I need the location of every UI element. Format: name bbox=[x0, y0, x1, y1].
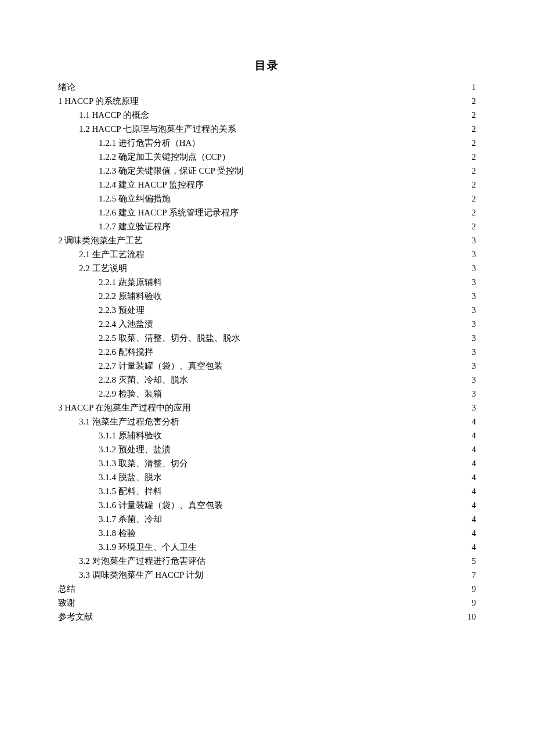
toc-entry-page: 3 bbox=[460, 247, 476, 261]
toc-entry-page: 4 bbox=[460, 526, 476, 540]
toc-entry-label: 致谢 bbox=[58, 596, 75, 610]
toc-entry-label: 2.2.6 配料搅拌 bbox=[58, 345, 153, 359]
toc-entry-label: 1.1 HACCP 的概念 bbox=[58, 108, 149, 122]
toc-entry: 2.2.8 灭菌、冷却、脱水3 bbox=[58, 373, 476, 387]
toc-entry-page: 4 bbox=[460, 470, 476, 484]
toc-entry-page: 5 bbox=[460, 554, 476, 568]
toc-entry-label: 2.2.4 入池盐渍 bbox=[58, 317, 153, 331]
toc-entry-label: 参考文献 bbox=[58, 610, 93, 624]
toc-entry: 1.2.6 建立 HACCP 系统管理记录程序2 bbox=[58, 206, 476, 219]
toc-entry-page: 3 bbox=[460, 387, 476, 401]
toc-entry-page: 3 bbox=[460, 303, 476, 317]
toc-entry-label: 3.1.5 配料、拌料 bbox=[58, 484, 162, 498]
toc-entry-page: 3 bbox=[460, 401, 476, 415]
toc-entry: 2.2.6 配料搅拌3 bbox=[58, 345, 476, 359]
toc-entry: 3.1.4 脱盐、脱水4 bbox=[58, 470, 476, 484]
toc-entry-page: 3 bbox=[460, 345, 476, 359]
toc-entry: 1.2.4 建立 HACCP 监控程序2 bbox=[58, 178, 476, 192]
toc-entry: 3.3 调味类泡菜生产 HACCP 计划7 bbox=[58, 568, 476, 582]
toc-entry-page: 4 bbox=[460, 498, 476, 512]
toc-entry-label: 2.1 生产工艺流程 bbox=[58, 247, 145, 261]
toc-entry: 2.2.4 入池盐渍3 bbox=[58, 317, 476, 331]
toc-entry: 3.1.3 取菜、清整、切分4 bbox=[58, 456, 476, 470]
toc-entry-label: 1 HACCP 的系统原理 bbox=[58, 94, 139, 108]
toc-entry: 1 HACCP 的系统原理2 bbox=[58, 94, 476, 108]
toc-entry: 3 HACCP 在泡菜生产过程中的应用3 bbox=[58, 401, 476, 415]
toc-entry-label: 3.1.7 杀菌、冷却 bbox=[58, 512, 162, 526]
toc-entry-label: 3.3 调味类泡菜生产 HACCP 计划 bbox=[58, 568, 203, 582]
toc-entry-page: 2 bbox=[460, 108, 476, 122]
toc-entry: 1.2 HACCP 七原理与泡菜生产过程的关系2 bbox=[58, 122, 476, 136]
toc-entry-label: 1.2.4 建立 HACCP 监控程序 bbox=[58, 178, 204, 192]
toc-entry-label: 2.2.3 预处理 bbox=[58, 303, 145, 317]
toc-entry-page: 2 bbox=[460, 178, 476, 192]
toc-entry-page: 4 bbox=[460, 512, 476, 526]
toc-entry: 总结9 bbox=[58, 582, 476, 596]
toc-entry-page: 3 bbox=[460, 275, 476, 289]
toc-entry-page: 10 bbox=[460, 610, 476, 624]
toc-entry-label: 3.1.9 环境卫生、个人卫生 bbox=[58, 540, 197, 554]
toc-entry-label: 3.2 对泡菜生产过程进行危害评估 bbox=[58, 554, 205, 568]
toc-entry-page: 2 bbox=[460, 136, 476, 150]
toc-entry-page: 3 bbox=[460, 359, 476, 373]
toc-entry-page: 4 bbox=[460, 429, 476, 442]
toc-entry: 3.1.9 环境卫生、个人卫生4 bbox=[58, 540, 476, 554]
toc-entry: 3.1.8 检验4 bbox=[58, 526, 476, 540]
toc-entry: 绪论1 bbox=[58, 80, 476, 94]
toc-entry: 2.2.3 预处理3 bbox=[58, 303, 476, 317]
toc-entry-page: 4 bbox=[460, 442, 476, 456]
toc-entry: 致谢9 bbox=[58, 596, 476, 610]
toc-entry-page: 3 bbox=[460, 289, 476, 303]
toc-entry: 2.2.9 检验、装箱3 bbox=[58, 387, 476, 401]
toc-entry-label: 绪论 bbox=[58, 80, 75, 94]
toc-entry: 参考文献10 bbox=[58, 610, 476, 624]
toc-entry-label: 3.1.2 预处理、盐渍 bbox=[58, 442, 171, 456]
toc-entry: 3.1.6 计量装罐（袋）、真空包装4 bbox=[58, 498, 476, 512]
toc-entry: 2.2.2 原辅料验收3 bbox=[58, 289, 476, 303]
toc-entry-label: 2.2 工艺说明 bbox=[58, 261, 127, 275]
toc-entry-page: 3 bbox=[460, 261, 476, 275]
toc-entry-page: 2 bbox=[460, 192, 476, 206]
toc-entry: 1.2.2 确定加工关键控制点（CCP）2 bbox=[58, 150, 476, 164]
toc-entry-label: 3.1 泡菜生产过程危害分析 bbox=[58, 415, 179, 429]
toc-entry: 1.2.7 建立验证程序2 bbox=[58, 219, 476, 233]
toc-entry-label: 3.1.8 检验 bbox=[58, 526, 136, 540]
toc-entry-page: 4 bbox=[460, 456, 476, 470]
toc-entry-page: 1 bbox=[460, 80, 476, 94]
toc-entry-page: 3 bbox=[460, 373, 476, 387]
toc-entry-label: 3 HACCP 在泡菜生产过程中的应用 bbox=[58, 401, 191, 415]
toc-entry-label: 3.1.1 原辅料验收 bbox=[58, 429, 162, 442]
toc-entry-label: 2.2.7 计量装罐（袋）、真空包装 bbox=[58, 359, 223, 373]
toc-entry-page: 2 bbox=[460, 206, 476, 219]
toc-entry-label: 2 调味类泡菜生产工艺 bbox=[58, 233, 143, 247]
toc-entry: 2.2 工艺说明3 bbox=[58, 261, 476, 275]
toc-entry: 3.2 对泡菜生产过程进行危害评估5 bbox=[58, 554, 476, 568]
toc-entry-page: 3 bbox=[460, 317, 476, 331]
toc-entry: 1.2.3 确定关键限值，保证 CCP 受控制2 bbox=[58, 164, 476, 178]
toc-entry-label: 1.2.6 建立 HACCP 系统管理记录程序 bbox=[58, 206, 239, 219]
toc-entry: 1.2.5 确立纠偏措施2 bbox=[58, 192, 476, 206]
toc-entry-label: 1.2.3 确定关键限值，保证 CCP 受控制 bbox=[58, 164, 243, 178]
toc-entry-label: 1.2.2 确定加工关键控制点（CCP） bbox=[58, 150, 230, 164]
toc-entry-label: 总结 bbox=[58, 582, 75, 596]
toc-entry-label: 1.2 HACCP 七原理与泡菜生产过程的关系 bbox=[58, 122, 236, 136]
toc-entry: 3.1.1 原辅料验收4 bbox=[58, 429, 476, 442]
toc-entry-page: 2 bbox=[460, 164, 476, 178]
toc-entry-page: 7 bbox=[460, 568, 476, 582]
toc-entry-label: 3.1.6 计量装罐（袋）、真空包装 bbox=[58, 498, 223, 512]
toc-entry-label: 2.2.9 检验、装箱 bbox=[58, 387, 162, 401]
toc-entry-label: 2.2.2 原辅料验收 bbox=[58, 289, 162, 303]
toc-entry-page: 2 bbox=[460, 122, 476, 136]
toc-entry-page: 4 bbox=[460, 484, 476, 498]
toc-entry: 2 调味类泡菜生产工艺3 bbox=[58, 233, 476, 247]
toc-entry-page: 2 bbox=[460, 219, 476, 233]
toc-entry-page: 9 bbox=[460, 596, 476, 610]
document-page: 目录 绪论11 HACCP 的系统原理21.1 HACCP 的概念21.2 HA… bbox=[0, 0, 534, 658]
toc-entry-label: 3.1.4 脱盐、脱水 bbox=[58, 470, 162, 484]
toc-entry-label: 3.1.3 取菜、清整、切分 bbox=[58, 456, 188, 470]
toc-entry: 3.1 泡菜生产过程危害分析4 bbox=[58, 415, 476, 429]
toc-entry-page: 9 bbox=[460, 582, 476, 596]
toc-entry-page: 3 bbox=[460, 233, 476, 247]
toc-entry-label: 1.2.7 建立验证程序 bbox=[58, 219, 171, 233]
toc-entry-label: 2.2.1 蔬菜原辅料 bbox=[58, 275, 162, 289]
